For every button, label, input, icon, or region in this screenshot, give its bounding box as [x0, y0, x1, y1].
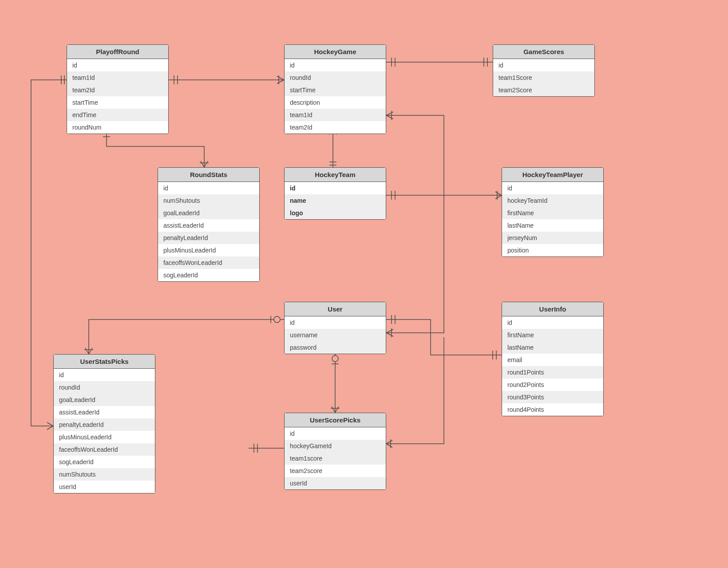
attr: team2Id	[285, 121, 386, 134]
entity-gamescores[interactable]: GameScores id team1Score team2Score	[493, 44, 595, 97]
attr: userId	[285, 477, 386, 489]
attr: team1score	[285, 452, 386, 465]
entity-playoffround[interactable]: PlayoffRound id team1Id team2Id startTim…	[67, 44, 169, 134]
attr: password	[285, 341, 386, 354]
attr: faceoffsWonLeaderId	[158, 256, 259, 269]
entity-header: User	[285, 302, 386, 316]
attr: numShutouts	[158, 194, 259, 207]
attr: id	[502, 182, 603, 194]
attr: id	[285, 182, 386, 194]
attr: name	[285, 194, 386, 207]
entity-attrs: id name logo	[285, 182, 386, 219]
entity-userinfo[interactable]: UserInfo id firstName lastName email rou…	[502, 302, 604, 416]
entity-attrs: id roundId goalLeaderId assistLeaderId p…	[54, 369, 155, 493]
attr: plusMinusLeaderId	[158, 244, 259, 256]
er-diagram-canvas: PlayoffRound id team1Id team2Id startTim…	[0, 0, 728, 568]
entity-hockeyteamplayer[interactable]: HockeyTeamPlayer id hockeyTeamId firstNa…	[502, 167, 604, 257]
entity-userscorepicks[interactable]: UserScorePicks id hockeyGameId team1scor…	[284, 413, 386, 490]
attr: round3Points	[502, 391, 603, 403]
attr: assistLeaderId	[158, 219, 259, 232]
svg-point-1	[332, 355, 338, 362]
attr: team1Id	[285, 109, 386, 121]
entity-hockeyteam[interactable]: HockeyTeam id name logo	[284, 167, 386, 220]
entity-user[interactable]: User id username password	[284, 302, 386, 354]
attr: roundId	[285, 71, 386, 84]
attr: id	[54, 369, 155, 381]
attr: email	[502, 354, 603, 366]
attr: id	[67, 59, 168, 71]
attr: hockeyGameId	[285, 440, 386, 452]
attr: userId	[54, 481, 155, 493]
entity-attrs: id hockeyTeamId firstName lastName jerse…	[502, 182, 603, 256]
attr: sogLeaderId	[158, 269, 259, 281]
attr: hockeyTeamId	[502, 194, 603, 207]
entity-userstatspicks[interactable]: UserStatsPicks id roundId goalLeaderId a…	[53, 354, 155, 493]
attr: endTime	[67, 109, 168, 121]
entity-attrs: id team1Score team2Score	[493, 59, 594, 96]
attr: startTime	[285, 84, 386, 96]
entity-header: PlayoffRound	[67, 45, 168, 59]
svg-point-0	[274, 316, 280, 323]
attr: lastName	[502, 341, 603, 354]
attr: id	[285, 427, 386, 440]
entity-header: RoundStats	[158, 168, 259, 182]
entity-attrs: id roundId startTime description team1Id…	[285, 59, 386, 134]
attr: description	[285, 96, 386, 109]
entity-header: HockeyTeamPlayer	[502, 168, 603, 182]
attr: username	[285, 329, 386, 341]
attr: team1Id	[67, 71, 168, 84]
entity-hockeygame[interactable]: HockeyGame id roundId startTime descript…	[284, 44, 386, 134]
attr: id	[502, 316, 603, 329]
entity-attrs: id hockeyGameId team1score team2score us…	[285, 427, 386, 489]
attr: assistLeaderId	[54, 406, 155, 418]
attr: round1Points	[502, 366, 603, 379]
attr: id	[285, 316, 386, 329]
entity-header: GameScores	[493, 45, 594, 59]
attr: goalLeaderId	[54, 394, 155, 406]
attr: numShutouts	[54, 468, 155, 481]
attr: firstName	[502, 207, 603, 219]
attr: team1Score	[493, 71, 594, 84]
attr: team2score	[285, 465, 386, 477]
attr: id	[158, 182, 259, 194]
entity-attrs: id firstName lastName email round1Points…	[502, 316, 603, 416]
entity-header: UserScorePicks	[285, 413, 386, 427]
attr: startTime	[67, 96, 168, 109]
attr: goalLeaderId	[158, 207, 259, 219]
attr: id	[493, 59, 594, 71]
entity-roundstats[interactable]: RoundStats id numShutouts goalLeaderId a…	[158, 167, 260, 282]
entity-attrs: id numShutouts goalLeaderId assistLeader…	[158, 182, 259, 281]
attr: sogLeaderId	[54, 456, 155, 468]
attr: id	[285, 59, 386, 71]
entity-header: HockeyTeam	[285, 168, 386, 182]
attr: roundId	[54, 381, 155, 394]
attr: jerseyNum	[502, 232, 603, 244]
entity-attrs: id team1Id team2Id startTime endTime rou…	[67, 59, 168, 134]
attr: position	[502, 244, 603, 256]
entity-attrs: id username password	[285, 316, 386, 354]
attr: team2Id	[67, 84, 168, 96]
entity-header: UserStatsPicks	[54, 355, 155, 369]
entity-header: HockeyGame	[285, 45, 386, 59]
attr: faceoffsWonLeaderId	[54, 443, 155, 456]
attr: penaltyLeaderId	[54, 418, 155, 431]
attr: plusMinusLeaderId	[54, 431, 155, 443]
attr: team2Score	[493, 84, 594, 96]
attr: firstName	[502, 329, 603, 341]
attr: logo	[285, 207, 386, 219]
attr: round4Points	[502, 403, 603, 416]
attr: roundNum	[67, 121, 168, 134]
attr: penaltyLeaderId	[158, 232, 259, 244]
attr: lastName	[502, 219, 603, 232]
entity-header: UserInfo	[502, 302, 603, 316]
attr: round2Points	[502, 379, 603, 391]
